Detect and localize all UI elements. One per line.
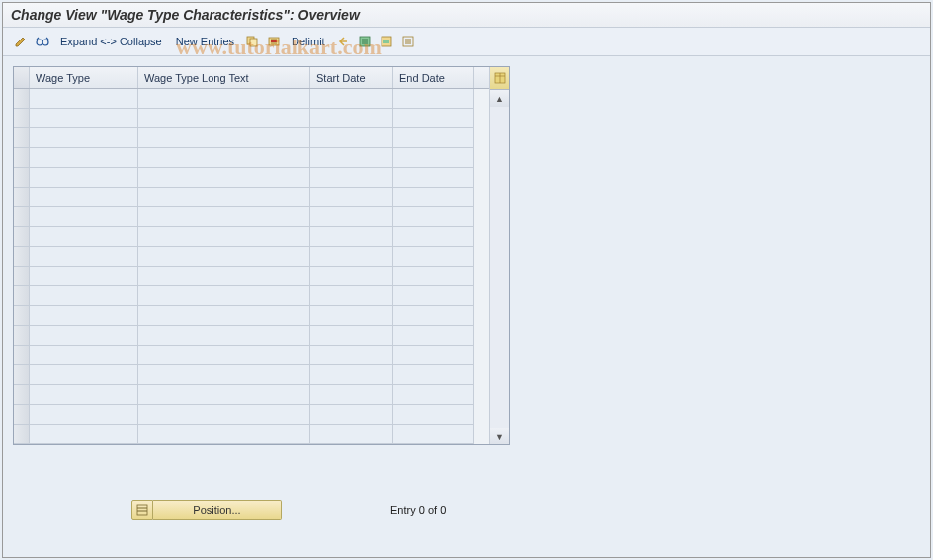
position-icon[interactable]	[131, 500, 153, 520]
cell-wage-type-long[interactable]	[138, 346, 310, 365]
cell-wage-type[interactable]	[30, 227, 138, 247]
row-selector[interactable]	[14, 365, 30, 385]
row-selector[interactable]	[14, 326, 30, 346]
cell-start-date[interactable]	[310, 306, 393, 326]
cell-wage-type[interactable]	[30, 267, 138, 286]
cell-wage-type[interactable]	[30, 89, 138, 109]
row-selector-header[interactable]	[14, 67, 30, 88]
cell-end-date[interactable]	[393, 148, 474, 168]
cell-wage-type-long[interactable]	[138, 267, 310, 286]
column-header-end-date[interactable]: End Date	[393, 67, 474, 88]
cell-end-date[interactable]	[393, 346, 474, 365]
scroll-up-icon[interactable]: ▲	[490, 90, 509, 107]
row-selector[interactable]	[14, 425, 30, 444]
cell-wage-type[interactable]	[30, 207, 138, 227]
cell-start-date[interactable]	[310, 405, 393, 425]
cell-end-date[interactable]	[393, 128, 474, 148]
select-all-icon[interactable]	[355, 32, 375, 51]
cell-start-date[interactable]	[310, 425, 393, 444]
cell-wage-type-long[interactable]	[138, 306, 310, 326]
column-header-wage-type-long[interactable]: Wage Type Long Text	[138, 67, 310, 88]
scroll-down-icon[interactable]: ▼	[490, 428, 509, 444]
cell-wage-type-long[interactable]	[138, 89, 310, 109]
cell-wage-type-long[interactable]	[138, 385, 310, 405]
table-configure-icon[interactable]	[490, 67, 509, 90]
cell-wage-type-long[interactable]	[138, 207, 310, 227]
cell-end-date[interactable]	[393, 267, 474, 286]
row-selector[interactable]	[14, 207, 30, 227]
cell-wage-type-long[interactable]	[138, 188, 310, 207]
cell-start-date[interactable]	[310, 148, 393, 168]
cell-wage-type-long[interactable]	[138, 148, 310, 168]
cell-start-date[interactable]	[310, 326, 393, 346]
position-button[interactable]: Position...	[153, 500, 282, 520]
row-selector[interactable]	[14, 188, 30, 207]
column-header-wage-type[interactable]: Wage Type	[30, 67, 138, 88]
row-selector[interactable]	[14, 346, 30, 365]
scroll-track[interactable]	[490, 107, 509, 428]
row-selector[interactable]	[14, 267, 30, 286]
cell-wage-type[interactable]	[30, 326, 138, 346]
cell-wage-type[interactable]	[30, 286, 138, 306]
cell-wage-type-long[interactable]	[138, 168, 310, 188]
cell-start-date[interactable]	[310, 207, 393, 227]
row-selector[interactable]	[14, 109, 30, 128]
cell-start-date[interactable]	[310, 385, 393, 405]
cell-start-date[interactable]	[310, 188, 393, 207]
cell-wage-type-long[interactable]	[138, 425, 310, 444]
cell-wage-type-long[interactable]	[138, 227, 310, 247]
cell-end-date[interactable]	[393, 207, 474, 227]
cell-wage-type[interactable]	[30, 346, 138, 365]
cell-wage-type[interactable]	[30, 306, 138, 326]
cell-start-date[interactable]	[310, 247, 393, 267]
cell-start-date[interactable]	[310, 365, 393, 385]
cell-start-date[interactable]	[310, 286, 393, 306]
cell-end-date[interactable]	[393, 247, 474, 267]
cell-end-date[interactable]	[393, 425, 474, 444]
cell-start-date[interactable]	[310, 109, 393, 128]
expand-collapse-button[interactable]: Expand <-> Collapse	[54, 34, 168, 49]
row-selector[interactable]	[14, 385, 30, 405]
cell-start-date[interactable]	[310, 346, 393, 365]
cell-end-date[interactable]	[393, 109, 474, 128]
cell-wage-type-long[interactable]	[138, 326, 310, 346]
column-header-start-date[interactable]: Start Date	[310, 67, 393, 88]
cell-end-date[interactable]	[393, 227, 474, 247]
glasses-display-icon[interactable]	[33, 32, 52, 51]
cell-end-date[interactable]	[393, 286, 474, 306]
row-selector[interactable]	[14, 148, 30, 168]
cell-wage-type-long[interactable]	[138, 128, 310, 148]
cell-wage-type[interactable]	[30, 128, 138, 148]
cell-wage-type[interactable]	[30, 188, 138, 207]
cell-wage-type[interactable]	[30, 365, 138, 385]
row-selector[interactable]	[14, 405, 30, 425]
cell-start-date[interactable]	[310, 227, 393, 247]
cell-wage-type-long[interactable]	[138, 109, 310, 128]
copy-icon[interactable]	[242, 32, 262, 51]
undo-icon[interactable]	[333, 32, 353, 51]
row-selector[interactable]	[14, 128, 30, 148]
cell-wage-type[interactable]	[30, 247, 138, 267]
cell-wage-type-long[interactable]	[138, 247, 310, 267]
delete-row-icon[interactable]	[264, 32, 284, 51]
cell-start-date[interactable]	[310, 128, 393, 148]
cell-end-date[interactable]	[393, 188, 474, 207]
row-selector[interactable]	[14, 247, 30, 267]
cell-wage-type-long[interactable]	[138, 405, 310, 425]
cell-wage-type[interactable]	[30, 405, 138, 425]
deselect-all-icon[interactable]	[398, 32, 418, 51]
pencil-edit-icon[interactable]	[11, 32, 31, 51]
row-selector[interactable]	[14, 286, 30, 306]
row-selector[interactable]	[14, 89, 30, 109]
row-selector[interactable]	[14, 168, 30, 188]
cell-wage-type[interactable]	[30, 109, 138, 128]
new-entries-button[interactable]: New Entries	[170, 34, 240, 49]
cell-wage-type[interactable]	[30, 168, 138, 188]
cell-end-date[interactable]	[393, 326, 474, 346]
cell-end-date[interactable]	[393, 306, 474, 326]
cell-wage-type-long[interactable]	[138, 286, 310, 306]
cell-end-date[interactable]	[393, 89, 474, 109]
cell-start-date[interactable]	[310, 168, 393, 188]
row-selector[interactable]	[14, 306, 30, 326]
cell-wage-type[interactable]	[30, 425, 138, 444]
